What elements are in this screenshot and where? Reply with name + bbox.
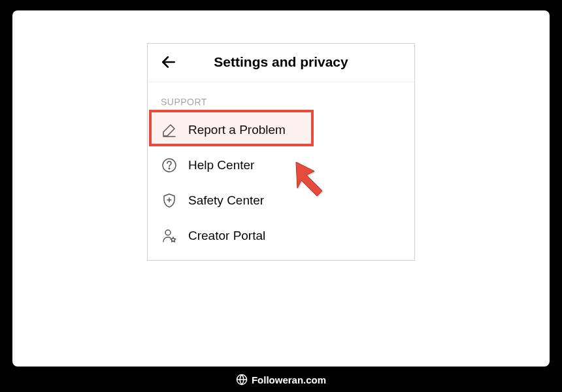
- menu-item-report-problem[interactable]: Report a Problem: [148, 112, 414, 148]
- pencil-icon: [161, 122, 178, 139]
- menu-label: Report a Problem: [188, 123, 286, 137]
- settings-panel: Settings and privacy SUPPORT Report a Pr…: [147, 43, 415, 261]
- svg-point-3: [169, 168, 169, 169]
- person-star-icon: [161, 227, 178, 244]
- menu-item-creator-portal[interactable]: Creator Portal: [148, 218, 414, 260]
- screenshot-frame: Settings and privacy SUPPORT Report a Pr…: [12, 10, 550, 367]
- panel-header: Settings and privacy: [148, 44, 414, 82]
- watermark: Followeran.com: [0, 374, 562, 385]
- question-circle-icon: [161, 157, 178, 174]
- menu-label: Safety Center: [188, 193, 264, 208]
- menu-item-safety-center[interactable]: Safety Center: [148, 183, 414, 218]
- shield-plus-icon: [161, 192, 178, 209]
- section-label: SUPPORT: [148, 82, 414, 112]
- menu-label: Help Center: [188, 158, 254, 172]
- menu-item-help-center[interactable]: Help Center: [148, 148, 414, 183]
- menu-label: Creator Portal: [188, 229, 265, 243]
- svg-point-6: [165, 230, 171, 235]
- page-title: Settings and privacy: [159, 54, 403, 70]
- watermark-text: Followeran.com: [252, 374, 326, 385]
- globe-icon: [236, 374, 248, 385]
